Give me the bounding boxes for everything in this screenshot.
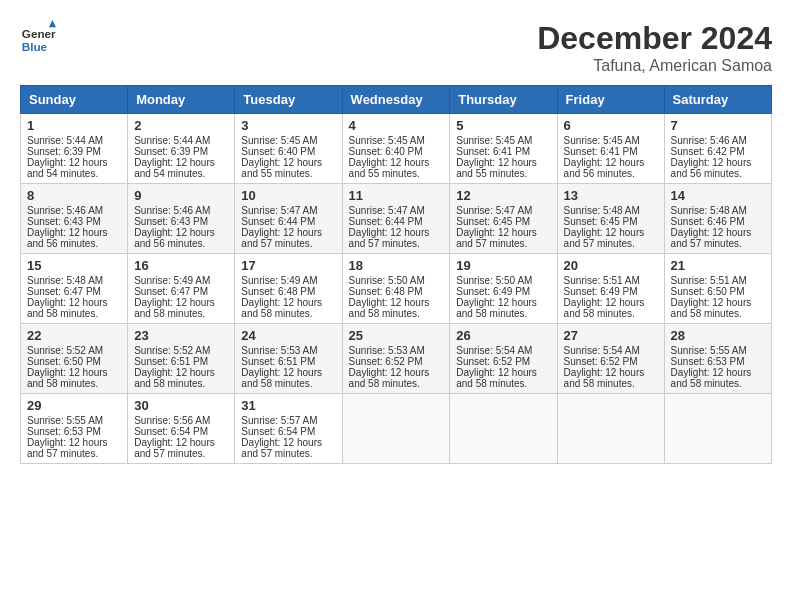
- daylight-label: Daylight: 12 hours and 58 minutes.: [456, 297, 537, 319]
- sunset-label: Sunset: 6:50 PM: [27, 356, 101, 367]
- col-monday: Monday: [128, 86, 235, 114]
- calendar-table: Sunday Monday Tuesday Wednesday Thursday…: [20, 85, 772, 464]
- daylight-label: Daylight: 12 hours and 58 minutes.: [27, 367, 108, 389]
- logo-icon: General Blue: [20, 20, 56, 56]
- daylight-label: Daylight: 12 hours and 57 minutes.: [456, 227, 537, 249]
- empty-cell: [450, 394, 557, 464]
- daylight-label: Daylight: 12 hours and 58 minutes.: [241, 367, 322, 389]
- sunrise-label: Sunrise: 5:44 AM: [27, 135, 103, 146]
- sunrise-label: Sunrise: 5:56 AM: [134, 415, 210, 426]
- day-cell-1: 1 Sunrise: 5:44 AM Sunset: 6:39 PM Dayli…: [21, 114, 128, 184]
- sunrise-label: Sunrise: 5:48 AM: [564, 205, 640, 216]
- daylight-label: Daylight: 12 hours and 58 minutes.: [27, 297, 108, 319]
- sunrise-label: Sunrise: 5:45 AM: [456, 135, 532, 146]
- calendar-week-3: 15 Sunrise: 5:48 AM Sunset: 6:47 PM Dayl…: [21, 254, 772, 324]
- day-number: 1: [27, 118, 121, 133]
- sunrise-label: Sunrise: 5:50 AM: [349, 275, 425, 286]
- day-number: 28: [671, 328, 765, 343]
- sunset-label: Sunset: 6:52 PM: [349, 356, 423, 367]
- sunrise-label: Sunrise: 5:57 AM: [241, 415, 317, 426]
- day-number: 17: [241, 258, 335, 273]
- day-number: 21: [671, 258, 765, 273]
- svg-text:General: General: [22, 27, 56, 40]
- sunset-label: Sunset: 6:47 PM: [27, 286, 101, 297]
- sunset-label: Sunset: 6:53 PM: [671, 356, 745, 367]
- day-number: 25: [349, 328, 444, 343]
- sunset-label: Sunset: 6:51 PM: [134, 356, 208, 367]
- sunset-label: Sunset: 6:45 PM: [456, 216, 530, 227]
- empty-cell: [342, 394, 450, 464]
- day-cell-2: 2 Sunrise: 5:44 AM Sunset: 6:39 PM Dayli…: [128, 114, 235, 184]
- sunset-label: Sunset: 6:43 PM: [134, 216, 208, 227]
- sunset-label: Sunset: 6:46 PM: [671, 216, 745, 227]
- sunset-label: Sunset: 6:40 PM: [241, 146, 315, 157]
- sunset-label: Sunset: 6:54 PM: [134, 426, 208, 437]
- daylight-label: Daylight: 12 hours and 57 minutes.: [349, 227, 430, 249]
- day-cell-8: 8 Sunrise: 5:46 AM Sunset: 6:43 PM Dayli…: [21, 184, 128, 254]
- col-friday: Friday: [557, 86, 664, 114]
- svg-text:Blue: Blue: [22, 40, 48, 53]
- day-cell-14: 14 Sunrise: 5:48 AM Sunset: 6:46 PM Dayl…: [664, 184, 771, 254]
- day-number: 10: [241, 188, 335, 203]
- sunrise-label: Sunrise: 5:47 AM: [456, 205, 532, 216]
- day-cell-15: 15 Sunrise: 5:48 AM Sunset: 6:47 PM Dayl…: [21, 254, 128, 324]
- daylight-label: Daylight: 12 hours and 57 minutes.: [27, 437, 108, 459]
- daylight-label: Daylight: 12 hours and 57 minutes.: [241, 437, 322, 459]
- empty-cell: [664, 394, 771, 464]
- sunrise-label: Sunrise: 5:53 AM: [241, 345, 317, 356]
- daylight-label: Daylight: 12 hours and 58 minutes.: [241, 297, 322, 319]
- daylight-label: Daylight: 12 hours and 56 minutes.: [564, 157, 645, 179]
- day-cell-4: 4 Sunrise: 5:45 AM Sunset: 6:40 PM Dayli…: [342, 114, 450, 184]
- daylight-label: Daylight: 12 hours and 57 minutes.: [134, 437, 215, 459]
- day-cell-10: 10 Sunrise: 5:47 AM Sunset: 6:44 PM Dayl…: [235, 184, 342, 254]
- sunrise-label: Sunrise: 5:54 AM: [564, 345, 640, 356]
- calendar-week-1: 1 Sunrise: 5:44 AM Sunset: 6:39 PM Dayli…: [21, 114, 772, 184]
- sunset-label: Sunset: 6:40 PM: [349, 146, 423, 157]
- day-number: 20: [564, 258, 658, 273]
- day-cell-7: 7 Sunrise: 5:46 AM Sunset: 6:42 PM Dayli…: [664, 114, 771, 184]
- page-header: General Blue December 2024 Tafuna, Ameri…: [20, 20, 772, 75]
- daylight-label: Daylight: 12 hours and 55 minutes.: [241, 157, 322, 179]
- daylight-label: Daylight: 12 hours and 58 minutes.: [564, 297, 645, 319]
- daylight-label: Daylight: 12 hours and 55 minutes.: [349, 157, 430, 179]
- day-number: 30: [134, 398, 228, 413]
- month-title: December 2024: [537, 20, 772, 57]
- day-cell-3: 3 Sunrise: 5:45 AM Sunset: 6:40 PM Dayli…: [235, 114, 342, 184]
- sunrise-label: Sunrise: 5:55 AM: [671, 345, 747, 356]
- day-cell-19: 19 Sunrise: 5:50 AM Sunset: 6:49 PM Dayl…: [450, 254, 557, 324]
- day-number: 24: [241, 328, 335, 343]
- daylight-label: Daylight: 12 hours and 54 minutes.: [134, 157, 215, 179]
- day-cell-12: 12 Sunrise: 5:47 AM Sunset: 6:45 PM Dayl…: [450, 184, 557, 254]
- daylight-label: Daylight: 12 hours and 58 minutes.: [671, 297, 752, 319]
- sunset-label: Sunset: 6:48 PM: [241, 286, 315, 297]
- day-number: 7: [671, 118, 765, 133]
- day-cell-9: 9 Sunrise: 5:46 AM Sunset: 6:43 PM Dayli…: [128, 184, 235, 254]
- sunrise-label: Sunrise: 5:46 AM: [27, 205, 103, 216]
- sunrise-label: Sunrise: 5:48 AM: [671, 205, 747, 216]
- sunset-label: Sunset: 6:43 PM: [27, 216, 101, 227]
- sunrise-label: Sunrise: 5:52 AM: [27, 345, 103, 356]
- logo: General Blue: [20, 20, 56, 56]
- calendar-week-2: 8 Sunrise: 5:46 AM Sunset: 6:43 PM Dayli…: [21, 184, 772, 254]
- sunrise-label: Sunrise: 5:52 AM: [134, 345, 210, 356]
- sunrise-label: Sunrise: 5:50 AM: [456, 275, 532, 286]
- sunset-label: Sunset: 6:51 PM: [241, 356, 315, 367]
- day-number: 26: [456, 328, 550, 343]
- day-cell-22: 22 Sunrise: 5:52 AM Sunset: 6:50 PM Dayl…: [21, 324, 128, 394]
- day-cell-25: 25 Sunrise: 5:53 AM Sunset: 6:52 PM Dayl…: [342, 324, 450, 394]
- sunrise-label: Sunrise: 5:47 AM: [349, 205, 425, 216]
- day-cell-6: 6 Sunrise: 5:45 AM Sunset: 6:41 PM Dayli…: [557, 114, 664, 184]
- daylight-label: Daylight: 12 hours and 58 minutes.: [134, 367, 215, 389]
- day-number: 23: [134, 328, 228, 343]
- header-row: Sunday Monday Tuesday Wednesday Thursday…: [21, 86, 772, 114]
- svg-marker-2: [49, 20, 56, 27]
- day-cell-23: 23 Sunrise: 5:52 AM Sunset: 6:51 PM Dayl…: [128, 324, 235, 394]
- sunset-label: Sunset: 6:44 PM: [349, 216, 423, 227]
- day-number: 16: [134, 258, 228, 273]
- sunrise-label: Sunrise: 5:47 AM: [241, 205, 317, 216]
- col-sunday: Sunday: [21, 86, 128, 114]
- sunrise-label: Sunrise: 5:48 AM: [27, 275, 103, 286]
- day-cell-27: 27 Sunrise: 5:54 AM Sunset: 6:52 PM Dayl…: [557, 324, 664, 394]
- daylight-label: Daylight: 12 hours and 58 minutes.: [349, 297, 430, 319]
- sunrise-label: Sunrise: 5:51 AM: [564, 275, 640, 286]
